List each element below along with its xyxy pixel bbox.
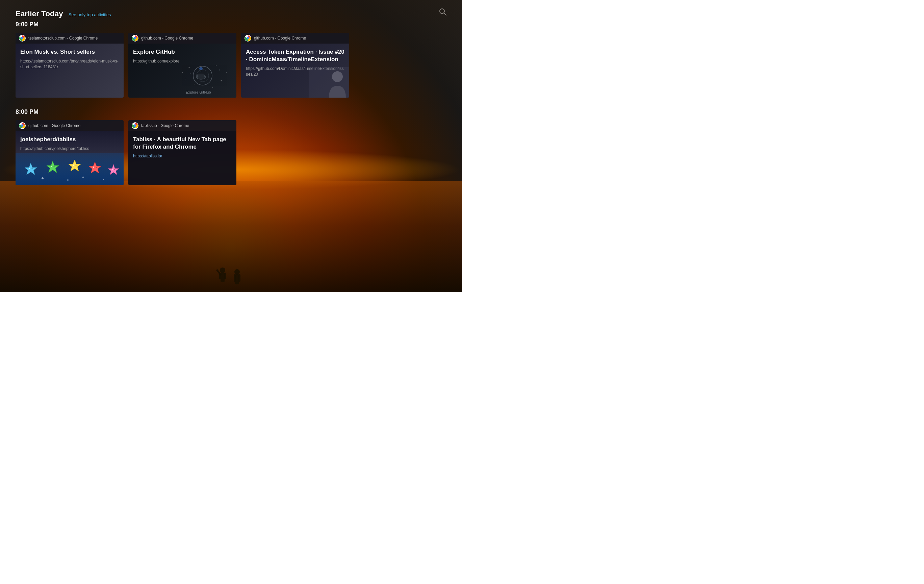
svg-point-52	[134, 125, 136, 127]
card-header-github-tabliss: github.com - Google Chrome	[15, 120, 124, 131]
svg-rect-11	[198, 74, 204, 78]
svg-point-49	[103, 179, 104, 180]
svg-point-58	[234, 269, 240, 275]
section-9pm: 9:00 PM teslamotorsclub.com - Google Chr…	[15, 21, 447, 97]
card-title-tabliss-io: Tabliss · A beautiful New Tab page for F…	[133, 136, 232, 151]
card-header-tabliss-io: tabliss.io - Google Chrome	[128, 120, 236, 131]
card-header-github-issue: github.com - Google Chrome	[241, 33, 349, 44]
card-body-github-tabliss: joelshepherd/tabliss https://github.com/…	[15, 131, 124, 185]
activity-card-tabliss-io[interactable]: tabliss.io - Google Chrome Tabliss · A b…	[128, 120, 236, 185]
card-source-tabliss-io: tabliss.io - Google Chrome	[141, 123, 189, 128]
card-url-tabliss-io: https://tabliss.io/	[133, 153, 232, 159]
card-header-tesla: teslamotorsclub.com - Google Chrome	[15, 33, 124, 44]
chrome-icon-tesla	[19, 35, 26, 41]
svg-point-38	[51, 166, 52, 167]
card-header-github-explore: github.com - Google Chrome	[128, 33, 236, 44]
page-title: Earlier Today	[15, 10, 63, 18]
svg-point-19	[213, 87, 213, 88]
card-source-tesla: teslamotorsclub.com - Google Chrome	[28, 36, 97, 41]
card-source-github-tabliss: github.com - Google Chrome	[28, 123, 80, 128]
svg-text:Explore GitHub: Explore GitHub	[186, 90, 211, 94]
time-label-8pm: 8:00 PM	[15, 109, 447, 115]
card-source-github-explore: github.com - Google Chrome	[141, 36, 193, 41]
card-url-github-tabliss: https://github.com/joelshepherd/tabliss	[20, 146, 119, 152]
svg-point-53	[220, 267, 225, 273]
svg-point-41	[76, 165, 77, 166]
card-text-tabliss-io: Tabliss · A beautiful New Tab page for F…	[128, 131, 236, 162]
svg-point-34	[21, 125, 23, 127]
svg-point-7	[134, 37, 136, 39]
chrome-icon-github-explore	[132, 35, 139, 41]
explore-github-graphic: Explore GitHub	[169, 57, 236, 97]
card-body-tesla: Elon Musk vs. Short sellers https://tesl…	[15, 44, 124, 97]
card-title-github-issue: Access Token Expiration · Issue #20 · Do…	[246, 48, 345, 63]
activity-card-github-explore[interactable]: github.com - Google Chrome Explore GitHu…	[128, 33, 236, 97]
main-content: Earlier Today See only top activities 9:…	[0, 0, 462, 205]
chrome-icon-github-tabliss	[19, 122, 26, 129]
card-body-tabliss-io: Tabliss · A beautiful New Tab page for F…	[128, 131, 236, 185]
svg-point-43	[96, 167, 97, 168]
cards-row-9pm: teslamotorsclub.com - Google Chrome Elon…	[15, 33, 447, 97]
svg-point-46	[41, 177, 44, 179]
svg-point-45	[114, 169, 115, 170]
svg-point-4	[21, 37, 23, 39]
page-header: Earlier Today See only top activities	[15, 10, 447, 18]
svg-point-13	[199, 67, 203, 70]
activity-card-tesla[interactable]: teslamotorsclub.com - Google Chrome Elon…	[15, 33, 124, 97]
see-only-top-activities-link[interactable]: See only top activities	[69, 12, 111, 17]
svg-point-20	[226, 72, 227, 73]
card-text-github-tabliss: joelshepherd/tabliss https://github.com/…	[15, 131, 124, 155]
cards-row-8pm: github.com - Google Chrome joelshepherd/…	[15, 120, 447, 185]
chrome-icon-tabliss-io	[132, 122, 139, 129]
svg-point-29	[247, 37, 249, 39]
svg-point-47	[67, 179, 69, 181]
stars-graphic	[15, 153, 124, 185]
stars-svg	[15, 153, 124, 185]
card-text-tesla: Elon Musk vs. Short sellers https://tesl…	[15, 44, 124, 73]
card-title-github-tabliss: joelshepherd/tabliss	[20, 136, 119, 143]
section-8pm: 8:00 PM github.com - Google Chrome	[15, 109, 447, 185]
svg-point-31	[332, 71, 343, 82]
bottom-silhouettes	[197, 265, 265, 292]
svg-point-40	[73, 165, 74, 166]
svg-point-15	[216, 65, 216, 66]
person-photo	[309, 67, 349, 97]
card-body-github-issue: Access Token Expiration · Issue #20 · Do…	[241, 44, 349, 97]
svg-point-17	[221, 81, 222, 81]
card-body-github-explore: Explore GitHub https://github.com/explor…	[128, 44, 236, 97]
svg-point-21	[182, 72, 183, 73]
svg-point-44	[112, 169, 113, 170]
svg-point-14	[189, 67, 190, 68]
person-photo-svg	[309, 67, 349, 97]
svg-point-18	[185, 79, 186, 79]
svg-point-48	[82, 177, 84, 178]
svg-point-36	[29, 168, 30, 169]
svg-rect-60	[234, 274, 236, 282]
svg-rect-61	[238, 274, 241, 282]
card-title-github-explore: Explore GitHub	[133, 48, 232, 56]
activity-card-github-issue[interactable]: github.com - Google Chrome Access Token …	[241, 33, 349, 97]
card-title-tesla: Elon Musk vs. Short sellers	[20, 48, 119, 56]
card-url-tesla: https://teslamotorsclub.com/tmc/threads/…	[20, 58, 119, 70]
svg-point-39	[54, 166, 55, 167]
svg-point-37	[32, 168, 33, 169]
card-source-github-issue: github.com - Google Chrome	[254, 36, 306, 41]
svg-point-16	[194, 84, 195, 84]
time-label-9pm: 9:00 PM	[15, 21, 447, 28]
svg-point-42	[93, 167, 94, 168]
activity-card-github-tabliss[interactable]: github.com - Google Chrome joelshepherd/…	[15, 120, 124, 185]
svg-rect-56	[224, 272, 226, 279]
chrome-icon-github-issue	[244, 35, 251, 41]
